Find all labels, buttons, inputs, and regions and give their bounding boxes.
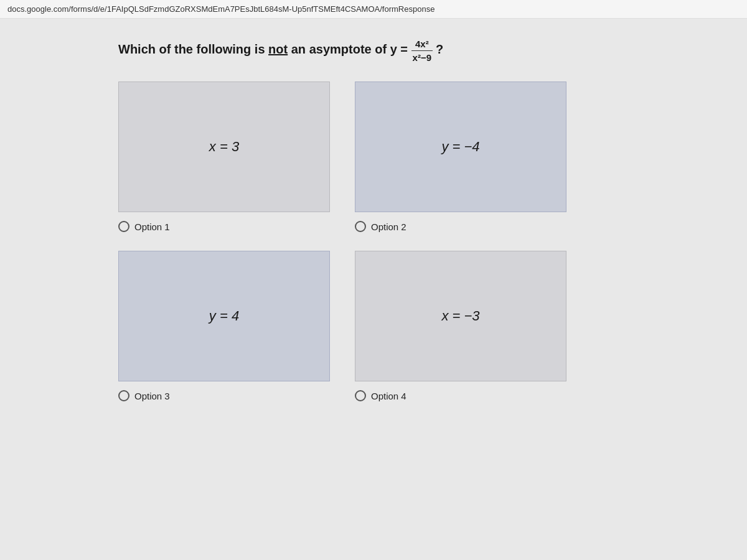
option2-box: y = −4 bbox=[355, 82, 566, 212]
option1-math: x = 3 bbox=[209, 139, 239, 155]
option1-box: x = 3 bbox=[118, 82, 330, 212]
option3-label-text: Option 3 bbox=[134, 391, 170, 401]
option3-radio[interactable] bbox=[118, 390, 129, 401]
option4-math: x = −3 bbox=[441, 308, 479, 324]
fraction-denominator: x²−9 bbox=[411, 51, 433, 64]
option2-radio[interactable] bbox=[355, 221, 366, 232]
form-container: Which of the following is not an asympto… bbox=[118, 37, 629, 541]
option1-label-row[interactable]: Option 1 bbox=[118, 221, 170, 232]
option2-label-row[interactable]: Option 2 bbox=[355, 221, 406, 232]
option3-math: y = 4 bbox=[209, 308, 239, 324]
option4-box: x = −3 bbox=[355, 251, 566, 381]
question-fraction: 4x² x²−9 bbox=[411, 44, 436, 56]
option4-cell: x = −3 Option 4 bbox=[355, 251, 566, 401]
option1-radio[interactable] bbox=[118, 221, 129, 232]
option4-label-text: Option 4 bbox=[371, 391, 406, 401]
question-text-part2: an asymptote of y = bbox=[288, 42, 411, 56]
question-mark: ? bbox=[436, 42, 443, 56]
option2-math: y = −4 bbox=[441, 139, 479, 155]
row-spacer bbox=[118, 232, 629, 251]
option3-cell: y = 4 Option 3 bbox=[118, 251, 330, 401]
option1-cell: x = 3 Option 1 bbox=[118, 82, 330, 232]
options-bottom-row: y = 4 Option 3 x = −3 Option 4 bbox=[118, 251, 629, 401]
option3-box: y = 4 bbox=[118, 251, 330, 381]
page-content: Which of the following is not an asympto… bbox=[0, 19, 747, 560]
option4-label-row[interactable]: Option 4 bbox=[355, 390, 406, 401]
fraction-numerator: 4x² bbox=[411, 37, 433, 51]
option4-radio[interactable] bbox=[355, 390, 366, 401]
url-text: docs.google.com/forms/d/e/1FAIpQLSdFzmdG… bbox=[7, 4, 435, 14]
option1-label-text: Option 1 bbox=[134, 222, 170, 232]
question-title: Which of the following is not an asympto… bbox=[118, 37, 629, 64]
address-bar: docs.google.com/forms/d/e/1FAIpQLSdFzmdG… bbox=[0, 0, 747, 19]
question-text-part1: Which of the following is bbox=[118, 42, 268, 56]
options-top-row: x = 3 Option 1 y = −4 Option 2 bbox=[118, 82, 629, 232]
option3-label-row[interactable]: Option 3 bbox=[118, 390, 170, 401]
option2-label-text: Option 2 bbox=[371, 222, 406, 232]
option2-cell: y = −4 Option 2 bbox=[355, 82, 566, 232]
question-text-not: not bbox=[268, 42, 288, 56]
